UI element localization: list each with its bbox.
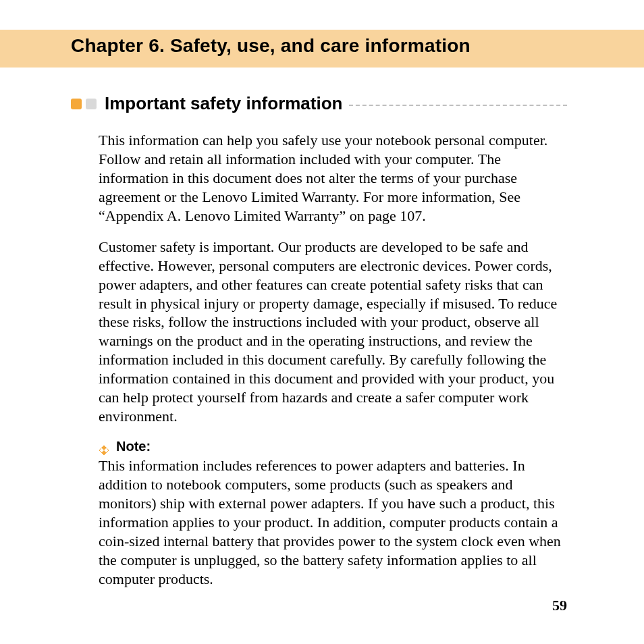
section-bullet-orange-icon	[71, 99, 82, 109]
manual-page: Chapter 6. Safety, use, and care informa…	[0, 0, 644, 644]
note-label: Note:	[116, 438, 151, 455]
paragraph-2: Customer safety is important. Our produc…	[99, 238, 567, 426]
svg-marker-2	[102, 450, 107, 455]
paragraph-1: This information can help you safely use…	[99, 131, 567, 225]
note-text: This information includes references to …	[99, 456, 567, 589]
chapter-title: Chapter 6. Safety, use, and care informa…	[71, 35, 471, 57]
body-text: This information can help you safely use…	[99, 131, 567, 601]
section-title: Important safety information	[105, 93, 342, 114]
diamond-bullet-icon	[99, 441, 109, 452]
note-heading-row: Note:	[99, 438, 567, 455]
section-heading-row: Important safety information	[71, 93, 567, 114]
page-number: 59	[552, 597, 567, 614]
svg-marker-1	[102, 446, 107, 450]
section-title-dash-line	[349, 105, 567, 106]
section-bullet-gray-icon	[86, 99, 97, 109]
